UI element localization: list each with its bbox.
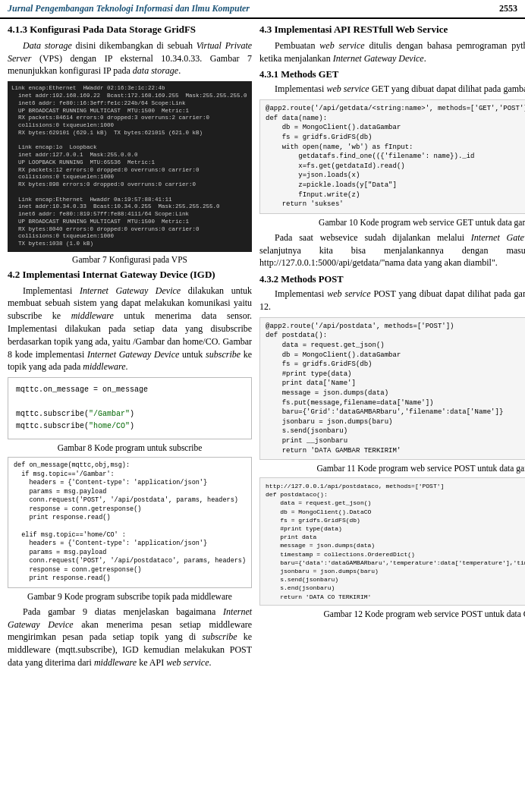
fig10-caption: Gambar 10 Kode program web service GET u… [259,218,525,227]
fig9-caption: Gambar 9 Kode program subscribe topik pa… [8,592,252,601]
on-message-code-block: def on_message(mqttc,obj,msg): if msg.to… [8,457,252,588]
section-413-title: 4.1.3 Konfigurasi Pada Data Storage Grid… [8,24,252,36]
right-column: 4.3 Implementasi API RESTfull Web Servic… [259,24,525,673]
section-432-title: 4.3.2 Methods POST [259,274,525,285]
vps-terminal-image: Link encap:Ethernet HWaddr 02:16:3e:1c:2… [8,81,252,252]
section-431-p1: Implementasi web service GET yang dibuat… [259,83,525,96]
fig12-caption: Gambar 12 Kode program web service POST … [259,609,525,618]
section-43-title: 4.3 Implementasi API RESTfull Web Servic… [259,24,525,36]
get-code-block: @app2.route('/api/getdata/<string:name>'… [259,99,525,214]
section-432-p1: Implementasi web service POST yang dibua… [259,288,525,313]
journal-title: Jurnal Pengembangan Teknologi Informasi … [8,3,250,14]
section-42-title: 4.2 Implementasi Internat Gateway Device… [8,269,252,282]
left-column: 4.1.3 Konfigurasi Pada Data Storage Grid… [8,24,252,673]
section-43-p1: Pembuatan web service ditulis dengan bah… [259,39,525,65]
section-413-p1: Data storage disini dikembangkan di sebu… [8,39,252,77]
page-header: Jurnal Pengembangan Teknologi Informasi … [0,0,525,19]
fig7-caption: Gambar 7 Konfigurasi pada VPS [8,255,252,264]
post-code-block-2: http://127.0.0.1/api/postdataco, methods… [259,477,525,606]
two-column-layout: 4.1.3 Konfigurasi Pada Data Storage Grid… [0,24,525,673]
fig11-caption: Gambar 11 Kode program web service POST … [259,464,525,473]
section-431-p2: Pada saat websevice sudah dijalankan mel… [259,231,525,269]
section-431-title: 4.3.1 Methods GET [259,69,525,80]
page-number: 2553 [499,3,517,14]
section-42-p1: Implementasi Internet Gateway Device dil… [8,285,252,374]
post-code-block-1: @app2.route('/api/postdata', methods=['P… [259,317,525,460]
fig8-caption: Gambar 8 Kode program untuk subscribe [8,443,252,452]
subscribe-code-block: mqttc.on_message = on_message mqttc.subs… [8,377,252,439]
section-42-p2: Pada gambar 9 diatas menjelaskan bagaima… [8,606,252,669]
